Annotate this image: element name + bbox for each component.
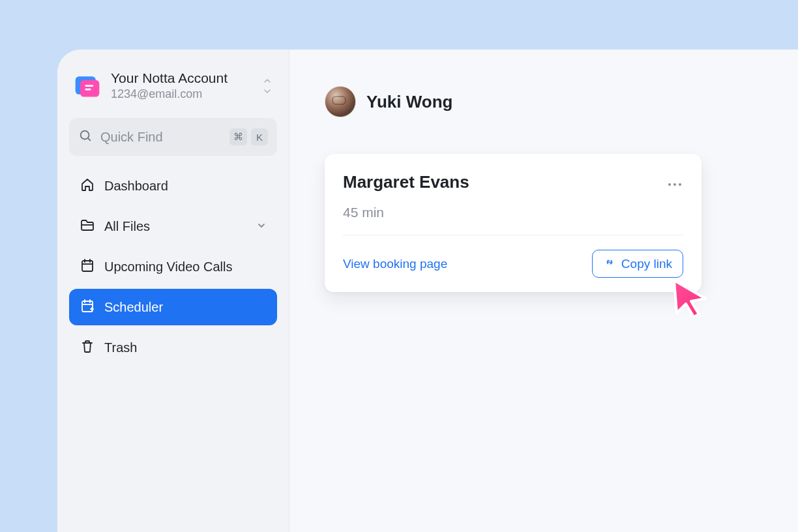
account-info: Your Notta Account 1234@email.com	[111, 70, 255, 101]
svg-rect-3	[85, 88, 91, 90]
main-content: Yuki Wong Margaret Evans 45 min View boo…	[289, 50, 798, 532]
avatar	[325, 86, 356, 117]
nav-item-trash[interactable]: Trash	[69, 329, 277, 366]
cursor-pointer-icon	[668, 276, 713, 322]
nav-item-all-files[interactable]: All Files	[69, 208, 277, 244]
nav-item-upcoming-calls[interactable]: Upcoming Video Calls	[69, 248, 277, 285]
home-icon	[80, 177, 95, 196]
card-title: Margaret Evans	[343, 172, 469, 192]
calendar-add-icon	[80, 298, 95, 317]
trash-icon	[80, 338, 95, 357]
svg-rect-2	[85, 85, 93, 87]
chevron-up-icon	[264, 77, 271, 84]
account-chevron-group	[264, 77, 273, 95]
dots-horizontal-icon	[668, 173, 682, 190]
app-logo-icon	[73, 72, 102, 100]
svg-rect-5	[82, 261, 93, 271]
nav-label: All Files	[104, 219, 150, 234]
folder-icon	[80, 217, 95, 236]
sidebar-nav: Dashboard All Files Upcoming Video Calls	[69, 168, 277, 366]
view-booking-link[interactable]: View booking page	[343, 257, 447, 271]
nav-label: Dashboard	[104, 179, 168, 194]
owner-name: Yuki Wong	[366, 92, 452, 112]
svg-point-7	[668, 183, 671, 186]
shortcut-cmd-key: ⌘	[229, 128, 247, 145]
svg-point-8	[673, 183, 676, 186]
account-switcher[interactable]: Your Notta Account 1234@email.com	[69, 66, 277, 111]
nav-label: Upcoming Video Calls	[104, 259, 232, 274]
sidebar: Your Notta Account 1234@email.com Quick …	[57, 50, 289, 532]
nav-item-scheduler[interactable]: Scheduler	[69, 289, 277, 325]
scheduler-card: Margaret Evans 45 min View booking page …	[325, 154, 702, 292]
calendar-icon	[80, 258, 95, 276]
svg-rect-6	[82, 301, 93, 312]
chevron-down-icon	[264, 88, 271, 95]
chevron-down-icon	[256, 219, 267, 234]
owner-row: Yuki Wong	[325, 86, 763, 117]
nav-item-dashboard[interactable]: Dashboard	[69, 168, 277, 204]
shortcut-letter-key: K	[251, 128, 268, 145]
account-email: 1234@email.com	[111, 87, 255, 101]
nav-label: Trash	[104, 340, 137, 355]
app-window: Your Notta Account 1234@email.com Quick …	[57, 50, 798, 532]
search-shortcut: ⌘ K	[229, 128, 268, 145]
link-icon	[603, 256, 616, 272]
divider	[343, 235, 683, 235]
copy-link-button[interactable]: Copy link	[592, 250, 683, 278]
account-title: Your Notta Account	[111, 70, 255, 86]
svg-point-9	[679, 183, 681, 186]
copy-link-label: Copy link	[621, 257, 672, 271]
search-input[interactable]: Quick Find ⌘ K	[69, 118, 277, 156]
card-duration: 45 min	[343, 205, 683, 220]
search-placeholder: Quick Find	[100, 130, 222, 145]
search-icon	[78, 128, 93, 145]
nav-label: Scheduler	[104, 300, 163, 315]
more-menu-button[interactable]	[666, 171, 683, 193]
